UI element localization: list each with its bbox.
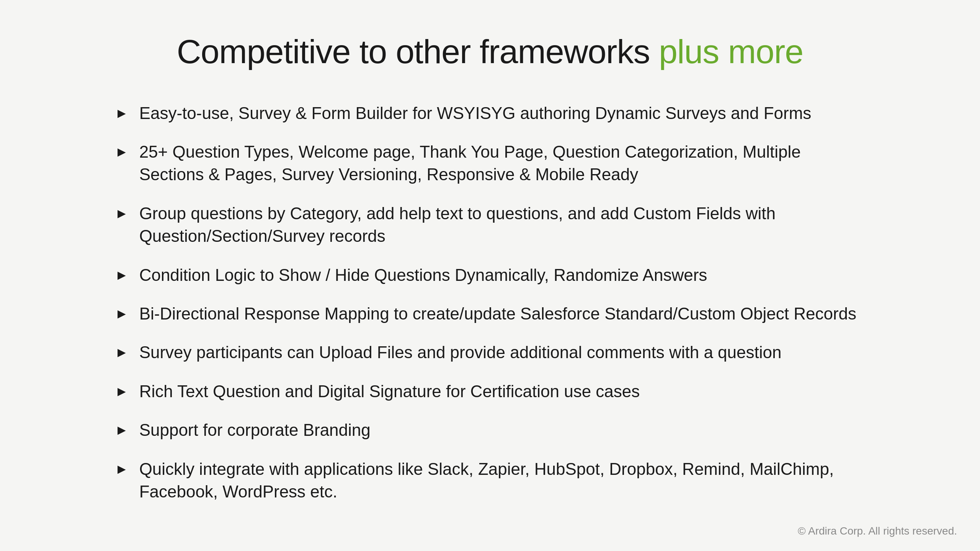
bullet-item-4: ►Condition Logic to Show / Hide Question… [115, 264, 865, 286]
bullet-text-9: Quickly integrate with applications like… [139, 458, 865, 503]
bullet-arrow-1: ► [115, 104, 129, 123]
footer-text: © Ardira Corp. All rights reserved. [798, 525, 957, 537]
bullet-item-7: ►Rich Text Question and Digital Signatur… [115, 380, 865, 403]
bullet-text-1: Easy-to-use, Survey & Form Builder for W… [139, 102, 865, 124]
bullet-item-8: ►Support for corporate Branding [115, 419, 865, 441]
bullet-arrow-7: ► [115, 382, 129, 401]
title-part1: Competitive to other frameworks [177, 33, 659, 70]
bullet-text-2: 25+ Question Types, Welcome page, Thank … [139, 140, 865, 186]
bullet-arrow-5: ► [115, 305, 129, 323]
bullet-text-8: Support for corporate Branding [139, 419, 865, 441]
bullet-item-6: ►Survey participants can Upload Files an… [115, 341, 865, 364]
bullet-item-5: ►Bi-Directional Response Mapping to crea… [115, 302, 865, 325]
bullet-list: ►Easy-to-use, Survey & Form Builder for … [115, 102, 865, 519]
bullet-item-1: ►Easy-to-use, Survey & Form Builder for … [115, 102, 865, 124]
slide-container: Competitive to other frameworks plus mor… [0, 2, 980, 550]
bullet-arrow-2: ► [115, 143, 129, 161]
bullet-text-5: Bi-Directional Response Mapping to creat… [139, 302, 865, 325]
bullet-text-7: Rich Text Question and Digital Signature… [139, 380, 865, 403]
bullet-arrow-9: ► [115, 460, 129, 479]
bullet-item-2: ►25+ Question Types, Welcome page, Thank… [115, 140, 865, 186]
slide-title: Competitive to other frameworks plus mor… [177, 32, 804, 71]
bullet-text-6: Survey participants can Upload Files and… [139, 341, 865, 364]
bullet-text-3: Group questions by Category, add help te… [139, 202, 865, 248]
bullet-arrow-6: ► [115, 343, 129, 362]
bullet-item-3: ►Group questions by Category, add help t… [115, 202, 865, 248]
bullet-arrow-8: ► [115, 421, 129, 440]
bullet-arrow-4: ► [115, 266, 129, 285]
bullet-arrow-3: ► [115, 204, 129, 223]
bullet-text-4: Condition Logic to Show / Hide Questions… [139, 264, 865, 286]
bullet-item-9: ►Quickly integrate with applications lik… [115, 458, 865, 503]
title-part2: plus more [659, 33, 803, 70]
